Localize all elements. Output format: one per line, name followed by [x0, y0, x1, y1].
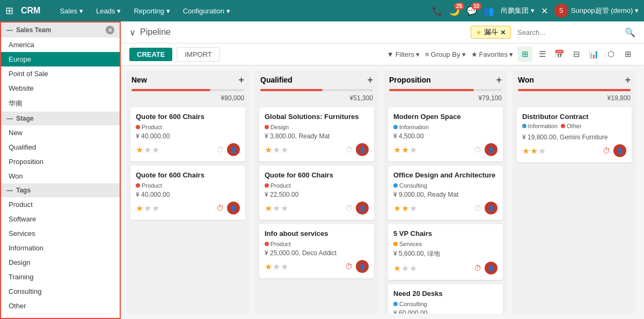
sidebar-close-sales-team[interactable]: ✕ [106, 26, 114, 34]
star-3[interactable]: ★ [281, 262, 288, 272]
star-1[interactable]: ★ [265, 203, 272, 213]
star-3[interactable]: ★ [409, 145, 417, 155]
menu-item-reporting[interactable]: Reporting ▾ [128, 5, 175, 17]
search-input[interactable] [514, 26, 621, 39]
menu-item-leads[interactable]: Leads ▾ [91, 5, 126, 17]
kanban-card[interactable]: Quote for 600 Chairs Product ¥ 40,000.00… [130, 107, 245, 161]
tag-dot [136, 125, 140, 129]
filters-button[interactable]: ▼ Filters ▾ [387, 50, 420, 58]
star-1[interactable]: ★ [136, 203, 143, 213]
star-2[interactable]: ★ [144, 203, 151, 213]
sidebar-section-sales-team: — Sales Team ✕ [1, 23, 120, 38]
phone-icon[interactable]: 📞 [432, 6, 443, 16]
sidebar-item-software[interactable]: Software [1, 212, 120, 226]
star-1[interactable]: ★ [522, 146, 530, 156]
menu-item-configuration[interactable]: Configuration ▾ [178, 5, 236, 17]
search-icon[interactable]: 🔍 [625, 27, 635, 38]
kanban-card[interactable]: Quote for 600 Chairs Product ¥ 22,500.00… [259, 166, 374, 220]
content-area: ∨ Pipeline ★ 漏斗 ✕ 🔍 CREATE IMPORT ▼ [121, 21, 644, 319]
star-1[interactable]: ★ [393, 263, 401, 273]
sidebar-item-qualified[interactable]: Qualified [1, 140, 120, 154]
kanban-card[interactable]: Quote for 600 Chairs Product ¥ 40,000.00… [130, 166, 245, 220]
user-menu[interactable]: S Sunpop超管 (demo) ▾ [554, 4, 639, 18]
kanban-card[interactable]: Modern Open Space Information ¥ 4,500.00… [388, 107, 503, 161]
groupby-button[interactable]: ≡ Group By ▾ [425, 50, 466, 58]
company-selector[interactable]: 尚鹏集团 ▾ [501, 6, 535, 16]
chat-icon[interactable]: 💬 10 [466, 6, 477, 16]
star-2[interactable]: ★ [273, 203, 280, 213]
graph-view-btn[interactable]: 📊 [586, 47, 601, 62]
col-title-new: New [131, 76, 147, 84]
sidebar-item-product[interactable]: Product [1, 197, 120, 212]
sidebar-item-other[interactable]: Other [1, 299, 120, 313]
star-2[interactable]: ★ [273, 262, 280, 272]
kanban-card[interactable]: Office Design and Architecture Consultin… [388, 166, 503, 220]
kanban-card[interactable]: 5 VP Chairs Services ¥ 5,600.00, 绿地 ★ ★ … [388, 224, 503, 280]
calendar-view-btn[interactable]: 📅 [552, 47, 567, 62]
sidebar-item-won[interactable]: Won [1, 169, 120, 183]
star-3[interactable]: ★ [281, 203, 288, 213]
activity-view-btn[interactable]: ⬡ [603, 47, 618, 62]
star-1[interactable]: ★ [393, 203, 401, 213]
col-add-new[interactable]: + [238, 75, 244, 85]
col-add-qualified[interactable]: + [367, 75, 373, 85]
kanban-card[interactable]: Global Solutions: Furnitures Design ¥ 3,… [259, 107, 374, 161]
favorites-button[interactable]: ★ Favorites ▾ [471, 50, 513, 58]
search-filter-tag[interactable]: ★ 漏斗 ✕ [471, 26, 511, 39]
star-2[interactable]: ★ [401, 203, 409, 213]
star-2[interactable]: ★ [401, 145, 409, 155]
star-2[interactable]: ★ [273, 145, 280, 155]
kanban-card[interactable]: Need 20 Desks Consulting ¥ 60,000.00 ★ ★… [388, 284, 503, 314]
search-tag-close[interactable]: ✕ [500, 28, 506, 36]
grid-view-btn[interactable]: ⊞ [620, 47, 635, 62]
sidebar-item-information[interactable]: Information [1, 241, 120, 255]
star-3[interactable]: ★ [152, 145, 159, 155]
close-icon[interactable]: ✕ [541, 6, 548, 16]
apps-grid-icon[interactable]: ⊞ [5, 5, 13, 17]
card-icons: ⏱ 👤 [345, 260, 369, 273]
sidebar-item-europe[interactable]: Europe [1, 52, 120, 66]
sidebar-item-america[interactable]: America [1, 38, 120, 52]
sidebar-item-website[interactable]: Website [1, 81, 120, 95]
star-2[interactable]: ★ [144, 145, 151, 155]
kanban-card[interactable]: Distributor Contract Information Other [517, 107, 632, 162]
create-button[interactable]: CREATE [129, 48, 172, 61]
star-1[interactable]: ★ [265, 262, 272, 272]
sidebar-item-new[interactable]: New [1, 125, 120, 140]
sidebar-item-consulting[interactable]: Consulting [1, 284, 120, 299]
main-area: — Sales Team ✕ America Europe Point of S… [0, 21, 644, 319]
star-1[interactable]: ★ [393, 145, 401, 155]
clock-icon: ⏱ [345, 262, 353, 271]
star-2[interactable]: ★ [530, 146, 538, 156]
sidebar-item-design[interactable]: Design [1, 255, 120, 270]
kanban-card[interactable]: Info about services Product ¥ 25,000.00,… [259, 224, 374, 278]
sidebar-item-huanan[interactable]: 华南 [1, 95, 120, 112]
star-2[interactable]: ★ [401, 263, 409, 273]
star-1[interactable]: ★ [136, 145, 143, 155]
card-amount: ¥ 22,500.00 [265, 191, 369, 198]
star-3[interactable]: ★ [409, 203, 417, 213]
list-view-btn[interactable]: ☰ [535, 47, 550, 62]
sidebar-item-services[interactable]: Services [1, 226, 120, 241]
people-icon[interactable]: 👥 [484, 6, 494, 16]
pivot-view-btn[interactable]: ⊟ [569, 47, 584, 62]
col-add-won[interactable]: + [625, 75, 631, 85]
tag-label: Product [142, 182, 162, 189]
sidebar-item-training[interactable]: Training [1, 270, 120, 284]
sidebar-item-point-of-sale[interactable]: Point of Sale [1, 66, 120, 81]
tag-label: Information [399, 124, 429, 130]
sidebar-item-proposition[interactable]: Proposition [1, 154, 120, 169]
star-3[interactable]: ★ [409, 263, 417, 273]
progress-fill-qualified [260, 89, 323, 91]
card-stars: ★ ★ ★ [522, 146, 546, 156]
star-1[interactable]: ★ [265, 145, 272, 155]
progress-bar-won [518, 89, 631, 91]
import-button[interactable]: IMPORT [177, 47, 219, 62]
menu-item-sales[interactable]: Sales ▾ [54, 5, 89, 17]
moon-icon[interactable]: 🌙 25 [449, 6, 460, 16]
col-add-proposition[interactable]: + [496, 75, 502, 85]
star-3[interactable]: ★ [538, 146, 546, 156]
kanban-view-btn[interactable]: ⊞ [517, 47, 532, 62]
star-3[interactable]: ★ [281, 145, 288, 155]
star-3[interactable]: ★ [152, 203, 159, 213]
